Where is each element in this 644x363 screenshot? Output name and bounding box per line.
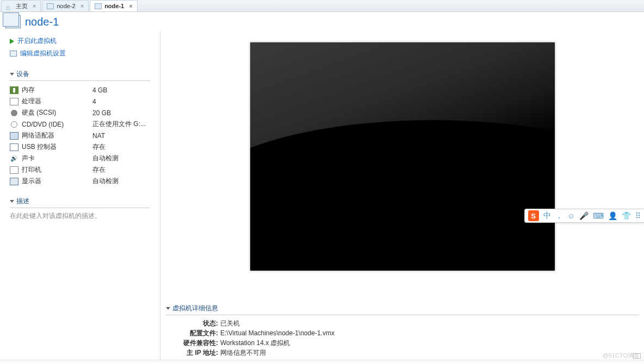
device-row-network[interactable]: 网络适配器 NAT [10,130,150,141]
usb-icon [10,143,18,151]
ime-emoji-icon[interactable]: ☺ [567,211,575,220]
memory-icon: ▮ [10,86,18,94]
content-area: 虚拟机详细信息 状态: 已关机 配置文件: E:\Virtual Machine… [160,32,644,361]
tab-node1[interactable]: node-1 × [90,0,138,11]
sound-icon: 🔊 [10,155,18,162]
detail-row-compat: 硬件兼容性: Workstation 14.x 虚拟机 [166,338,639,348]
play-icon [10,39,14,44]
ime-skin-icon[interactable]: 👕 [622,211,631,220]
vm-icon [95,3,102,9]
ime-keyboard-icon[interactable]: ⌨ [593,211,604,220]
vm-details-header[interactable]: 虚拟机详细信息 [166,304,639,315]
device-row-memory[interactable]: ▮ 内存 4 GB [10,84,150,96]
close-icon[interactable]: × [81,3,84,9]
device-row-disk[interactable]: 硬盘 (SCSI) 20 GB [10,107,150,118]
chevron-down-icon [10,200,14,203]
cd-icon [11,121,17,128]
vm-details-section: 虚拟机详细信息 状态: 已关机 配置文件: E:\Virtual Machine… [166,304,639,358]
device-label: 声卡 [22,154,92,163]
device-label: 打印机 [22,165,92,174]
ime-toolbar[interactable]: S 中 ， ☺ 🎤 ⌨ 👤 👕 ⠿ [524,209,644,223]
cpu-icon [10,98,18,105]
vm-details-header-label: 虚拟机详细信息 [172,304,218,313]
vm-actions: 开启此虚拟机 编辑虚拟机设置 [10,35,150,60]
device-label: 网络适配器 [22,131,92,140]
preview-wrap [166,37,639,299]
close-icon[interactable]: × [33,3,36,9]
vm-title: node-1 [25,16,59,28]
edit-settings-link[interactable]: 编辑虚拟机设置 [10,47,150,60]
chevron-down-icon [10,73,14,76]
edit-settings-label: 编辑虚拟机设置 [20,49,66,58]
device-value: 4 GB [92,86,107,94]
detail-value: Workstation 14.x 虚拟机 [220,338,290,348]
printer-icon [10,166,18,174]
device-row-cpu[interactable]: 处理器 4 [10,96,150,107]
status-bar [0,360,644,363]
tab-bar: 主页 × node-2 × node-1 × [0,0,644,12]
devices-header-label: 设备 [16,70,29,79]
ime-user-icon[interactable]: 👤 [608,211,617,220]
device-value: 自动检测 [92,177,119,186]
tab-home[interactable]: 主页 × [1,0,41,11]
power-on-label: 开启此虚拟机 [17,36,57,46]
device-row-printer[interactable]: 打印机 存在 [10,164,150,176]
device-row-usb[interactable]: USB 控制器 存在 [10,141,150,153]
detail-label: 硬件兼容性: [166,338,220,348]
device-label: 内存 [22,85,92,95]
description-header-label: 描述 [16,197,29,206]
device-label: USB 控制器 [22,142,92,152]
description-section: 描述 在此处键入对该虚拟机的描述。 [10,197,150,221]
detail-row-config: 配置文件: E:\Virtual Machines\node-1\node-1.… [166,328,639,338]
detail-row-ip: 主 IP 地址: 网络信息不可用 [166,348,639,358]
device-label: 显示器 [22,177,92,186]
ime-grid-icon[interactable]: ⠿ [635,211,641,220]
detail-value: 已关机 [220,318,240,328]
disk-icon [11,110,17,116]
ime-logo-icon[interactable]: S [528,210,539,221]
ime-lang[interactable]: 中 [543,211,551,221]
devices-header[interactable]: 设备 [10,70,150,81]
settings-icon [10,51,17,57]
device-value: 正在使用文件 G:... [92,120,146,129]
devices-section: 设备 ▮ 内存 4 GB 处理器 4 硬盘 (SCSI) 20 GB [10,70,150,187]
device-value: 存在 [92,165,106,174]
power-on-link[interactable]: 开启此虚拟机 [10,35,150,47]
device-value: 4 [92,98,96,105]
device-value: 存在 [92,142,106,152]
sidebar: 开启此虚拟机 编辑虚拟机设置 设备 ▮ 内存 4 GB 处理 [0,32,160,361]
close-icon[interactable]: × [129,3,132,9]
detail-row-state: 状态: 已关机 [166,318,639,328]
device-row-cd[interactable]: CD/DVD (IDE) 正在使用文件 G:... [10,118,150,130]
vm-title-bar: node-1 [0,12,644,32]
device-label: 硬盘 (SCSI) [22,108,92,117]
detail-label: 主 IP 地址: [166,348,220,358]
vm-preview[interactable] [250,42,555,271]
device-list: ▮ 内存 4 GB 处理器 4 硬盘 (SCSI) 20 GB CD/DVD (… [10,84,150,187]
tab-home-label: 主页 [16,2,28,10]
network-icon [10,132,18,140]
device-value: 自动检测 [92,154,119,163]
ime-punct[interactable]: ， [555,211,563,221]
resize-grip-icon[interactable] [633,353,641,359]
detail-label: 配置文件: [166,328,220,338]
device-row-display[interactable]: 显示器 自动检测 [10,176,150,187]
device-row-sound[interactable]: 🔊 声卡 自动检测 [10,153,150,164]
main-area: 开启此虚拟机 编辑虚拟机设置 设备 ▮ 内存 4 GB 处理 [0,32,644,361]
description-header[interactable]: 描述 [10,197,150,208]
tab-node2-label: node-2 [57,3,75,9]
description-placeholder[interactable]: 在此处键入对该虚拟机的描述。 [10,211,150,221]
detail-value: E:\Virtual Machines\node-1\node-1.vmx [220,328,335,338]
detail-value: 网络信息不可用 [220,348,266,358]
device-value: 20 GB [92,109,111,117]
detail-label: 状态: [166,318,220,328]
chevron-down-icon [166,307,170,310]
vm-icon [47,3,54,9]
tab-node2[interactable]: node-2 × [42,0,89,11]
vm-large-icon [5,15,21,28]
display-icon [10,178,18,185]
home-icon [6,3,13,9]
ime-mic-icon[interactable]: 🎤 [579,211,589,220]
device-label: 处理器 [22,97,92,106]
device-label: CD/DVD (IDE) [22,121,92,128]
